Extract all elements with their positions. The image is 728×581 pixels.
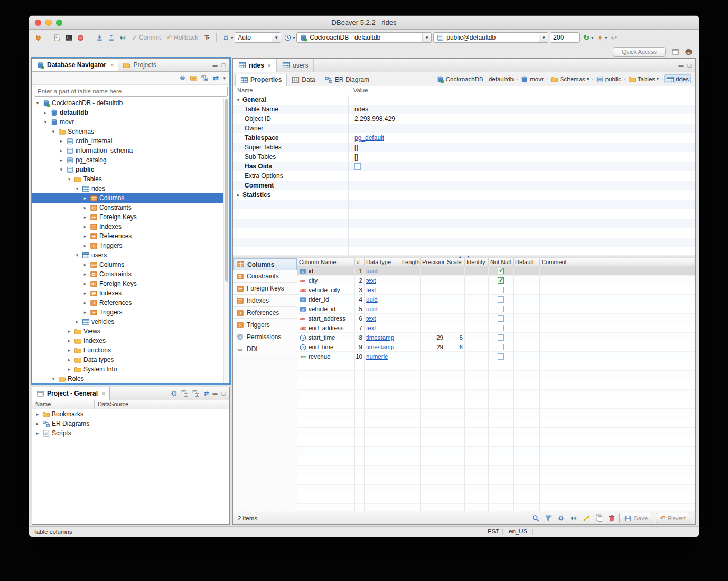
tree-expander-icon[interactable]: ▸	[66, 357, 72, 362]
breadcrumb-cockroachdb-defaultdb[interactable]: CockroachDB - defaultdb	[435, 75, 515, 83]
import-data-icon[interactable]	[95, 33, 105, 43]
titlebar[interactable]: DBeaver 5.2.2 - rides	[29, 16, 699, 30]
rollback-button[interactable]: ↶ Rollback	[164, 34, 200, 41]
cell-scale[interactable]: 6	[445, 342, 465, 351]
edit-icon[interactable]	[582, 514, 591, 522]
cell-data-type[interactable]: numeric	[365, 352, 400, 361]
column-row-rider-id[interactable]: idrider_id4uuid	[297, 295, 695, 304]
cell-default[interactable]	[514, 352, 540, 361]
tree-expander-icon[interactable]: ▸	[82, 271, 88, 277]
detail-tab-indexes[interactable]: Indexes	[233, 295, 297, 307]
copy-icon[interactable]	[595, 514, 603, 522]
cell-ordinal[interactable]: 2	[355, 276, 365, 285]
cell-scale[interactable]	[445, 314, 465, 323]
tree-item-columns[interactable]: ▸Columns	[32, 193, 229, 203]
editor-tab-users[interactable]: users	[277, 59, 314, 72]
cell-comment[interactable]	[540, 266, 566, 275]
cell-length[interactable]	[400, 342, 421, 351]
tree-expander-icon[interactable]: ▸	[58, 148, 64, 153]
tree-item-pg-catalog[interactable]: ▸pg_catalog	[32, 155, 229, 165]
tree-expander-icon[interactable]: ▸	[66, 329, 72, 334]
detail-tab-columns[interactable]: Columns	[233, 258, 297, 270]
tree-expander-icon[interactable]: ▾	[50, 376, 57, 381]
search-icon[interactable]	[531, 514, 540, 522]
gear-icon[interactable]	[557, 514, 565, 522]
transaction-log-dropdown[interactable]	[283, 33, 293, 43]
tree-item-information-schema[interactable]: ▸information_schema	[32, 146, 229, 155]
subtab-properties[interactable]: Properties	[235, 74, 287, 86]
column-header-scale[interactable]: Scale	[445, 258, 465, 266]
property-value-cell[interactable]: rides	[350, 106, 368, 113]
cell-identity[interactable]	[465, 342, 489, 351]
generate-sql-icon[interactable]: ✦	[595, 33, 605, 43]
cell-column-name[interactable]: ABCstart_address	[297, 314, 355, 323]
editor-tab-rides[interactable]: rides×	[233, 59, 277, 72]
cell-data-type[interactable]: uuid	[365, 295, 400, 304]
tree-item-constraints[interactable]: ▸Constraints	[32, 269, 229, 279]
column-header-not-null[interactable]: Not Null	[489, 258, 514, 266]
column-row-revenue[interactable]: 123revenue10numeric	[297, 352, 695, 361]
gear-icon[interactable]	[170, 389, 178, 398]
detail-tab-triggers[interactable]: Triggers	[233, 319, 297, 331]
not-null-checkbox[interactable]	[498, 353, 504, 360]
collapse-all-icon[interactable]	[181, 389, 189, 398]
tree-item-public[interactable]: ▾public	[32, 165, 229, 174]
zoom-button[interactable]	[56, 20, 62, 26]
tree-expander-icon[interactable]: ▸	[74, 319, 80, 324]
tree-expander-icon[interactable]: ▾	[74, 186, 80, 191]
breadcrumb-movr[interactable]: movr	[519, 75, 545, 83]
tree-expander-icon[interactable]: ▸	[82, 243, 88, 248]
tree-item-foreign-keys[interactable]: ▸Foreign Keys	[32, 279, 229, 288]
detail-tab-references[interactable]: References	[233, 307, 297, 319]
close-tab-icon[interactable]: ×	[268, 62, 271, 69]
cell-identity[interactable]	[465, 285, 489, 294]
compare-icon[interactable]	[570, 514, 578, 522]
data-type-link[interactable]: text	[366, 325, 376, 331]
tree-expander-icon[interactable]: ▾	[34, 100, 41, 106]
cell-identity[interactable]	[465, 304, 489, 313]
tree-expander-icon[interactable]: ▸	[34, 430, 41, 436]
cell-not-null[interactable]	[489, 333, 514, 342]
tree-expander-icon[interactable]: ▸	[66, 348, 72, 353]
column-row-vehicle-id[interactable]: idvehicle_id5uuid	[297, 304, 695, 314]
breadcrumb-rides[interactable]: rides	[664, 74, 691, 83]
close-button[interactable]	[35, 20, 41, 26]
tree-item-indexes[interactable]: ▸Indexes	[32, 336, 229, 345]
column-header-precision[interactable]: Precision	[421, 258, 445, 266]
group-expander-icon[interactable]: ▸	[235, 192, 241, 198]
cell-precision[interactable]	[421, 276, 445, 285]
breadcrumb-schemas[interactable]: Schemas▾	[549, 75, 591, 83]
cell-column-name[interactable]: 123revenue	[297, 352, 355, 361]
cell-ordinal[interactable]: 6	[355, 314, 365, 323]
cell-comment[interactable]	[540, 323, 566, 332]
column-row-start-address[interactable]: ABCstart_address6text	[297, 314, 695, 323]
minimize-view-button[interactable]: ▬	[212, 391, 217, 396]
tree-item-data-types[interactable]: ▸Data types	[32, 355, 229, 364]
cell-default[interactable]	[514, 314, 540, 323]
cell-data-type[interactable]: uuid	[365, 304, 400, 313]
minimize-view-button[interactable]: ▬	[212, 62, 217, 68]
cell-column-name[interactable]: idvehicle_id	[297, 304, 355, 313]
tree-item-columns[interactable]: ▸Columns	[32, 260, 229, 269]
compare-data-icon[interactable]	[118, 33, 128, 43]
dbeaver-perspective-icon[interactable]	[684, 47, 694, 57]
tree-expander-icon[interactable]: ▸	[42, 110, 49, 115]
detail-tab-foreign-keys[interactable]: Foreign Keys	[233, 283, 297, 295]
splitter-down-icon[interactable]: ▾	[468, 255, 470, 258]
autocommit-settings-dropdown[interactable]	[221, 33, 231, 43]
cell-scale[interactable]	[445, 304, 465, 313]
tree-expander-icon[interactable]: ▸	[58, 138, 64, 144]
table-filter-input[interactable]	[34, 86, 228, 97]
cell-scale[interactable]	[445, 295, 465, 304]
tree-expander-icon[interactable]: ▸	[82, 310, 88, 315]
property-value-cell[interactable]: []	[350, 144, 358, 151]
tree-expander-icon[interactable]: ▾	[74, 252, 80, 258]
maximize-view-button[interactable]: ▢	[221, 391, 226, 396]
tree-item-views[interactable]: ▸Views	[32, 326, 229, 336]
cell-precision[interactable]	[421, 295, 445, 304]
tree-item-crdb-internal[interactable]: ▸crdb_internal	[32, 136, 229, 146]
cell-length[interactable]	[400, 285, 421, 294]
cell-default[interactable]	[514, 276, 540, 285]
property-group-general[interactable]: ▾General	[233, 95, 695, 105]
tree-item-users[interactable]: ▾users	[32, 250, 229, 260]
